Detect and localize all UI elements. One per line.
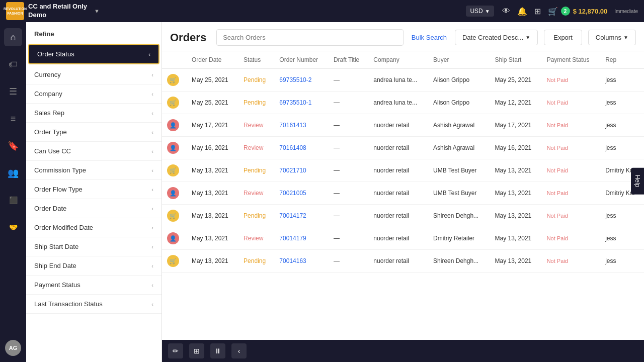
- refine-item-label: Ship End Date: [34, 262, 76, 269]
- currency-selector[interactable]: USD ▼: [466, 6, 494, 17]
- refine-item-ship-end-date[interactable]: Ship End Date‹: [26, 256, 162, 276]
- refine-item-order-flow-type[interactable]: Order Flow Type‹: [26, 180, 162, 199]
- columns-button[interactable]: Columns ▼: [588, 30, 636, 45]
- row-buyer: Shireen Dehgh...: [428, 205, 490, 227]
- sidebar-icon-products[interactable]: ⬛: [4, 191, 22, 209]
- refine-item-label: Currency: [34, 71, 61, 78]
- table-header-payment-status: Payment Status: [542, 51, 601, 69]
- payment-status: Not Paid: [547, 100, 568, 106]
- main-layout: ⌂ 🏷 ☰ ≡ 🔖 👥 ⬛ 🤝 AG Refine Order Status‹C…: [0, 22, 644, 362]
- table-row[interactable]: 🛒May 25, 2021Pending69735510-2—andrea lu…: [162, 69, 644, 92]
- table-row[interactable]: 👤May 16, 2021Review70161408—nuorder reta…: [162, 137, 644, 159]
- row-icon: 👤: [162, 182, 187, 205]
- brand-logo[interactable]: REVOLUTIONFASHION CC and Retail Only Dem…: [6, 2, 100, 20]
- bulk-search-button[interactable]: Bulk Search: [410, 34, 449, 41]
- refine-item-chevron: ‹: [151, 187, 153, 193]
- refine-item-can-use-cc[interactable]: Can Use CC‹: [26, 142, 162, 161]
- table-row[interactable]: 🛒May 13, 2021Pending70014163—nuorder ret…: [162, 250, 644, 273]
- edit-button[interactable]: ✏: [168, 343, 183, 358]
- row-payment-status: Not Paid: [542, 159, 601, 182]
- date-sort-label: Date Created Desc...: [462, 34, 523, 41]
- refine-item-sales-rep[interactable]: Sales Rep‹: [26, 104, 162, 123]
- refine-panel: Refine Order Status‹Currency‹Company‹Sal…: [26, 22, 162, 362]
- refine-item-order-modified-date[interactable]: Order Modified Date‹: [26, 218, 162, 237]
- orders-table: Order DateStatusOrder NumberDraft TitleC…: [162, 51, 644, 273]
- table-row[interactable]: 👤May 13, 2021Review70014179—nuorder reta…: [162, 227, 644, 250]
- row-draft-title: —: [329, 159, 368, 182]
- refine-item-label: Order Status: [37, 50, 74, 58]
- refine-header: Refine: [26, 22, 162, 43]
- payment-status: Not Paid: [547, 190, 568, 196]
- table-row[interactable]: 🛒May 13, 2021Pending70021710—nuorder ret…: [162, 159, 644, 182]
- refine-item-payment-status[interactable]: Payment Status‹: [26, 276, 162, 295]
- payment-status: Not Paid: [547, 167, 568, 173]
- row-rep: jess: [600, 250, 644, 273]
- search-input[interactable]: [216, 29, 404, 46]
- row-buyer: Alison Grippo: [428, 92, 490, 114]
- table-header-draft-title: Draft Title: [329, 51, 368, 69]
- row-payment-status: Not Paid: [542, 227, 601, 250]
- row-draft-title: —: [329, 182, 368, 205]
- refine-item-order-status[interactable]: Order Status‹: [28, 44, 159, 64]
- status-icon: 👤: [167, 187, 179, 199]
- refine-item-label: Company: [34, 90, 62, 98]
- eye-icon[interactable]: 👁: [502, 7, 510, 16]
- refine-item-last-transaction-status[interactable]: Last Transaction Status‹: [26, 295, 162, 314]
- status-badge: Pending: [244, 76, 266, 83]
- table-row[interactable]: 🛒May 25, 2021Pending69735510-1—andrea lu…: [162, 92, 644, 114]
- row-draft-title: —: [329, 227, 368, 250]
- sidebar-icons: ⌂ 🏷 ☰ ≡ 🔖 👥 ⬛ 🤝 AG: [0, 22, 26, 362]
- refine-item-currency[interactable]: Currency‹: [26, 65, 162, 84]
- refine-item-commission-type[interactable]: Commission Type‹: [26, 161, 162, 180]
- sidebar-icon-bookmarks[interactable]: 🔖: [4, 137, 22, 155]
- table-row[interactable]: 🛒May 13, 2021Pending70014172—nuorder ret…: [162, 205, 644, 227]
- sidebar-icon-partners[interactable]: 🤝: [4, 218, 22, 236]
- row-buyer: Shireen Dehgh...: [428, 250, 490, 273]
- help-button[interactable]: Help: [631, 168, 644, 195]
- bell-icon[interactable]: 🔔: [517, 7, 527, 16]
- main-content: Orders Bulk Search Date Created Desc... …: [162, 22, 644, 362]
- row-buyer: UMB Test Buyer: [428, 182, 490, 205]
- row-status: Review: [238, 182, 274, 205]
- sidebar-icon-tags[interactable]: 🏷: [4, 55, 22, 73]
- brand-dropdown-arrow[interactable]: ▼: [94, 8, 100, 14]
- row-buyer: Ashish Agrawal: [428, 114, 490, 137]
- sidebar-icon-users[interactable]: 👥: [4, 164, 22, 182]
- cart-area[interactable]: 🛒 2 $ 12,870.00: [548, 7, 608, 16]
- refine-item-order-type[interactable]: Order Type‹: [26, 123, 162, 142]
- collapse-button[interactable]: ‹: [231, 343, 247, 358]
- refine-item-company[interactable]: Company‹: [26, 84, 162, 104]
- row-status: Pending: [238, 92, 274, 114]
- row-company: nuorder retail: [368, 250, 428, 273]
- row-order-number: 69735510-1: [274, 92, 329, 114]
- refine-item-chevron: ‹: [151, 301, 153, 307]
- row-company: nuorder retail: [368, 159, 428, 182]
- row-order-date: May 17, 2021: [187, 114, 238, 137]
- row-company: andrea luna te...: [368, 69, 428, 92]
- grid-icon[interactable]: ⊞: [534, 7, 541, 16]
- sidebar-icon-orders[interactable]: ≡: [4, 110, 22, 128]
- user-avatar[interactable]: AG: [5, 340, 21, 356]
- pause-button[interactable]: ⏸: [210, 343, 225, 358]
- row-ship-start: May 12, 2021: [490, 92, 542, 114]
- cart-amount: $ 12,870.00: [573, 8, 608, 15]
- table-header-rep: Rep: [600, 51, 644, 69]
- row-draft-title: —: [329, 114, 368, 137]
- sidebar-icon-catalog[interactable]: ☰: [4, 82, 22, 101]
- export-button[interactable]: Export: [544, 30, 582, 45]
- row-icon: 🛒: [162, 92, 187, 114]
- row-ship-start: May 13, 2021: [490, 250, 542, 273]
- row-company: nuorder retail: [368, 182, 428, 205]
- date-sort-button[interactable]: Date Created Desc... ▼: [455, 30, 538, 45]
- table-row[interactable]: 👤May 17, 2021Review70161413—nuorder reta…: [162, 114, 644, 137]
- refine-item-order-date[interactable]: Order Date‹: [26, 199, 162, 218]
- row-payment-status: Not Paid: [542, 114, 601, 137]
- row-payment-status: Not Paid: [542, 205, 601, 227]
- sidebar-icon-home[interactable]: ⌂: [4, 28, 22, 46]
- group-button[interactable]: ⊞: [189, 343, 204, 358]
- row-status: Pending: [238, 159, 274, 182]
- refine-item-ship-start-date[interactable]: Ship Start Date‹: [26, 237, 162, 256]
- top-nav: REVOLUTIONFASHION CC and Retail Only Dem…: [0, 0, 644, 22]
- row-order-number: 70014172: [274, 205, 329, 227]
- table-row[interactable]: 👤May 13, 2021Review70021005—nuorder reta…: [162, 182, 644, 205]
